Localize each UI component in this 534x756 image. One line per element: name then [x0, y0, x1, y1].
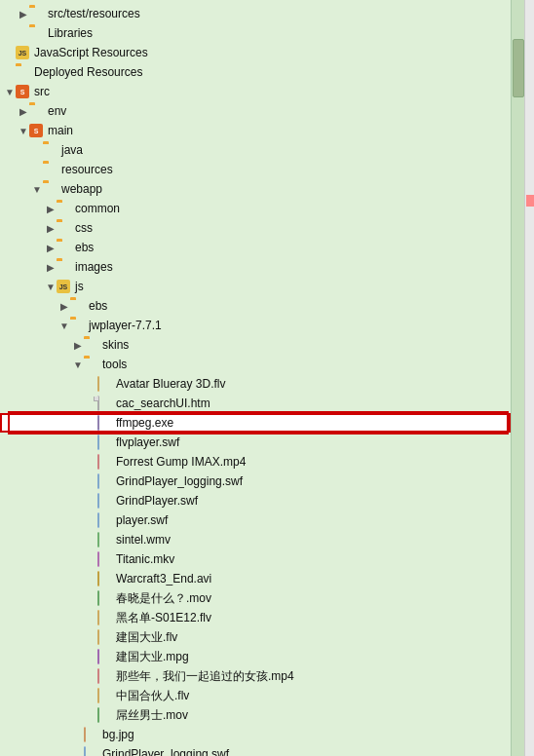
tree-item-label: 中国合伙人.flv [116, 688, 189, 704]
tree-item-js[interactable]: ▼JSjs [0, 277, 511, 296]
tree-item-javascript-resources[interactable]: JSJavaScript Resources [0, 43, 511, 62]
tree-arrow[interactable]: ▶ [18, 106, 29, 117]
tree-item-label: common [75, 202, 120, 215]
tree-arrow[interactable]: ▼ [31, 184, 43, 195]
tree-item-grindplayer[interactable]: GrindPlayer.swf [0, 491, 511, 510]
tree-item-label: 建国大业.flv [116, 629, 177, 646]
tree-item-label: js [75, 280, 84, 293]
tree-item-label: 黑名单-S01E12.flv [116, 610, 211, 626]
jpg-file-icon [84, 727, 86, 742]
tree-item-label: resources [61, 163, 113, 176]
tree-item-label: GrindPlayer_logging.swf [102, 747, 229, 756]
tree-item-jianguo-mpg[interactable]: 建国大业.mpg [0, 647, 511, 666]
tree-item-src-test-resources[interactable]: ▶src/test/resources [0, 4, 511, 23]
tree-item-avatar-flv[interactable]: Avatar Blueray 3D.flv [0, 374, 511, 394]
tree-item-label: Warcraft3_End.avi [116, 572, 211, 586]
tree-item-label: 春晓是什么？.mov [116, 590, 211, 607]
tree-item-label: tools [102, 358, 127, 371]
tree-item-label: env [48, 104, 66, 118]
tree-item-blacklist-flv[interactable]: 黑名单-S01E12.flv [0, 608, 511, 627]
tree-arrow[interactable]: ▼ [45, 282, 57, 292]
mp4-file-icon [97, 454, 99, 470]
tree-item-label: GrindPlayer.swf [116, 494, 198, 508]
tree-item-env[interactable]: ▶env [0, 101, 511, 121]
scrollbar[interactable] [511, 0, 524, 756]
tree-item-zhongguo-flv[interactable]: 中国合伙人.flv [0, 686, 511, 705]
js-folder-icon: JS [16, 46, 29, 59]
tree-item-grindplayer-logging2[interactable]: GrindPlayer_logging.swf [0, 744, 511, 756]
swf-file-icon [97, 473, 99, 489]
tree-arrow[interactable]: ▶ [72, 340, 84, 351]
tree-arrow[interactable]: ▶ [45, 223, 57, 234]
tree-item-pisi-mov[interactable]: 屌丝男士.mov [0, 705, 511, 725]
tree-item-ebs2[interactable]: ▶ebs [0, 296, 511, 316]
avi-file-icon [97, 571, 99, 586]
tree-item-label: ffmpeg.exe [116, 416, 173, 430]
js-folder-icon: JS [57, 280, 70, 293]
tree-item-cac-search[interactable]: cac_searchUI.htm [0, 394, 511, 413]
tree-item-sintel-wmv[interactable]: sintel.wmv [0, 530, 511, 549]
tree-arrow[interactable]: ▶ [45, 243, 57, 253]
tree-item-resources[interactable]: resources [0, 160, 511, 179]
tree-item-ffmpeg-exe[interactable]: ffmpeg.exe [0, 413, 511, 433]
tree-item-jwplayer[interactable]: ▼jwplayer-7.7.1 [0, 316, 511, 335]
tree-arrow[interactable]: ▶ [58, 301, 70, 312]
tree-item-label: GrindPlayer_logging.swf [116, 474, 243, 488]
tree-item-label: Deployed Resources [34, 65, 142, 79]
tree-item-ebs[interactable]: ▶ebs [0, 238, 511, 257]
tree-arrow[interactable]: ▼ [72, 359, 84, 370]
tree-item-chunxiao-mov[interactable]: 春晓是什么？.mov [0, 588, 511, 608]
tree-item-label: Libraries [48, 26, 93, 40]
tree-item-label: flvplayer.swf [116, 435, 179, 449]
tree-item-label: Titanic.mkv [116, 552, 174, 566]
tree-arrow[interactable]: ▶ [45, 262, 57, 273]
tree-item-webapp[interactable]: ▼webapp [0, 179, 511, 199]
tree-item-css[interactable]: ▶css [0, 218, 511, 238]
wmv-file-icon [97, 532, 99, 548]
flv-file-icon [97, 376, 99, 392]
tree-item-label: bg.jpg [102, 728, 134, 741]
src-icon: S [29, 124, 43, 137]
mkv-file-icon [97, 551, 99, 567]
tree-arrow[interactable]: ▶ [45, 204, 57, 214]
tree-item-flvplayer[interactable]: flvplayer.swf [0, 433, 511, 452]
flv-file-icon [97, 688, 99, 703]
tree-item-src[interactable]: ▼Ssrc [0, 82, 511, 101]
tree-item-label: java [61, 143, 83, 157]
tree-item-label: Avatar Blueray 3D.flv [116, 377, 226, 391]
tree-item-label: sintel.wmv [116, 533, 171, 547]
tree-item-warcraft3-avi[interactable]: Warcraft3_End.avi [0, 569, 511, 588]
tree-item-label: player.swf [116, 513, 168, 527]
tree-item-images[interactable]: ▶images [0, 257, 511, 277]
mpg-file-icon [97, 649, 99, 664]
tree-item-label: ebs [75, 241, 94, 254]
src-icon: S [16, 85, 29, 98]
tree-item-titanic-mkv[interactable]: Titanic.mkv [0, 549, 511, 569]
tree-item-libraries[interactable]: Libraries [0, 23, 511, 43]
mov-file-icon [97, 707, 99, 723]
tree-item-label: 屌丝男士.mov [116, 707, 188, 724]
tree-item-deployed-resources[interactable]: Deployed Resources [0, 62, 511, 82]
tree-item-main[interactable]: ▼Smain [0, 121, 511, 140]
tree-item-forrest-gump[interactable]: Forrest Gump IMAX.mp4 [0, 452, 511, 472]
tree-item-java[interactable]: java [0, 140, 511, 160]
tree-item-common[interactable]: ▶common [0, 199, 511, 218]
tree-item-skins[interactable]: ▶skins [0, 335, 511, 355]
tree-item-grindplayer-logging[interactable]: GrindPlayer_logging.swf [0, 472, 511, 491]
tree-item-label: ebs [89, 299, 107, 313]
tree-arrow[interactable]: ▶ [18, 9, 29, 19]
tree-item-jianguo-flv[interactable]: 建国大业.flv [0, 627, 511, 647]
tree-item-naxie-mp4[interactable]: 那些年，我们一起追过的女孩.mp4 [0, 666, 511, 686]
tree-item-bg-jpg[interactable]: bg.jpg [0, 725, 511, 744]
scrollbar-thumb[interactable] [513, 39, 524, 97]
mp4-file-icon [97, 668, 99, 684]
tree-item-tools[interactable]: ▼tools [0, 355, 511, 374]
tree-item-label: 建国大业.mpg [116, 649, 189, 665]
mov-file-icon [97, 590, 99, 606]
tree-arrow[interactable]: ▼ [58, 321, 70, 331]
tree-item-player-swf[interactable]: player.swf [0, 510, 511, 530]
tree-item-label: skins [102, 338, 129, 352]
tree-arrow[interactable]: ▼ [4, 87, 16, 97]
tree-arrow[interactable]: ▼ [18, 126, 29, 136]
tree-item-label: 那些年，我们一起追过的女孩.mp4 [116, 668, 294, 685]
